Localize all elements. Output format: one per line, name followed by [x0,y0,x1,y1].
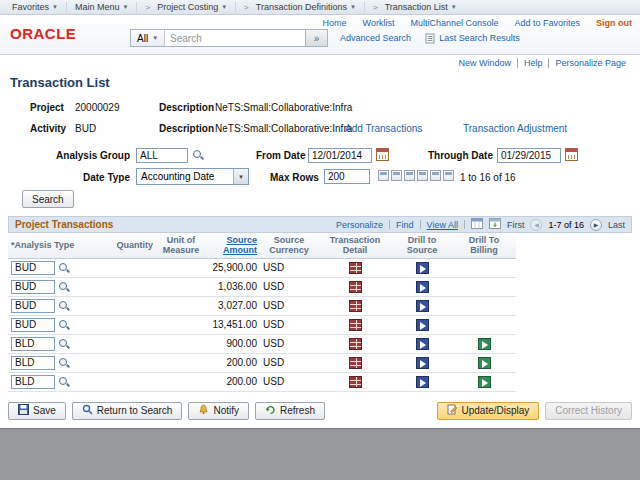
analysis-group-label: Analysis Group [22,150,130,161]
pager-next-icon[interactable] [404,170,415,181]
edit-document-icon [447,404,458,417]
update-display-button[interactable]: Update/Display [437,402,540,420]
grid-prev-icon[interactable]: ◀ [530,219,542,231]
drill-to-source-icon[interactable] [416,281,429,293]
add-transactions-link[interactable]: Add Transactions [345,123,422,134]
multichannel-console-link[interactable]: MultiChannel Console [410,18,498,28]
analysis-group-input[interactable] [136,148,188,163]
result-range-text: 1 to 16 of 16 [460,172,516,183]
drill-to-billing-icon[interactable] [478,338,491,350]
bell-icon [198,404,209,417]
save-button[interactable]: Save [8,402,66,420]
drill-to-source-icon[interactable] [416,262,429,274]
drill-to-source-icon[interactable] [416,300,429,312]
help-link[interactable]: Help [517,58,549,68]
drill-to-source-icon[interactable] [416,376,429,388]
transaction-detail-icon[interactable] [349,300,362,312]
sort-source-amount-link[interactable]: Source Amount [223,235,257,255]
breadcrumb-favorites[interactable]: Favorites ▼ [4,2,66,12]
source-amount-cell: 200.00 [206,372,260,391]
pager-box-icon[interactable] [430,170,441,181]
add-to-favorites-link[interactable]: Add to Favorites [514,18,580,28]
personalize-page-link[interactable]: Personalize Page [548,58,632,68]
lookup-icon[interactable] [58,319,70,331]
date-type-select[interactable]: Accounting Date ▼ [136,168,249,185]
pager-first-icon[interactable] [378,170,389,181]
analysis-type-input[interactable] [11,356,55,370]
separator [389,220,390,229]
drill-to-source-icon[interactable] [416,319,429,331]
download-grid-icon[interactable] [489,218,501,231]
analysis-type-input[interactable] [11,299,55,313]
transaction-adjustment-link[interactable]: Transaction Adjustment [463,123,567,134]
unit-of-measure-cell [156,315,206,334]
new-window-link[interactable]: New Window [452,58,517,68]
pager-box-icon[interactable] [417,170,428,181]
col-header-drill-to-billing: Drill To Billing [452,233,516,258]
analysis-type-input[interactable] [11,280,55,294]
pager-prev-icon[interactable] [391,170,402,181]
find-link[interactable]: Find [396,220,414,230]
analysis-group-lookup-icon[interactable] [192,149,204,161]
filter-search-button[interactable]: Search [22,190,74,208]
transaction-detail-icon[interactable] [349,281,362,293]
lookup-icon[interactable] [58,376,70,388]
table-row: 1,036.00 USD [8,277,516,296]
personalize-link[interactable]: Personalize [336,220,383,230]
transaction-detail-icon[interactable] [349,338,362,350]
analysis-type-input[interactable] [11,318,55,332]
home-link[interactable]: Home [323,18,347,28]
table-row: 900.00 USD [8,334,516,353]
grid-first-link[interactable]: First [507,220,525,230]
notify-button[interactable]: Notify [188,402,249,420]
max-rows-input[interactable] [324,169,370,184]
search-go-button[interactable]: » [305,30,327,46]
col-header-transaction-detail: Transaction Detail [318,233,392,258]
sign-out-link[interactable]: Sign out [596,18,632,28]
lookup-icon[interactable] [58,262,70,274]
chevron-down-icon: ▼ [451,4,457,10]
drill-to-billing-icon[interactable] [478,376,491,388]
lookup-icon[interactable] [58,338,70,350]
lookup-icon[interactable] [58,300,70,312]
chevron-down-icon: ▼ [152,35,158,41]
drill-to-source-icon[interactable] [416,338,429,350]
drill-to-billing-icon[interactable] [478,357,491,369]
search-scope-dropdown[interactable]: All ▼ [131,30,165,46]
breadcrumb-transaction-list[interactable]: Transaction List ▼ [364,2,465,12]
worklist-link[interactable]: Worklist [363,18,395,28]
transaction-detail-icon[interactable] [349,376,362,388]
grid-next-icon[interactable]: ▶ [590,219,602,231]
update-display-label: Update/Display [462,405,530,416]
lookup-icon[interactable] [58,357,70,369]
breadcrumb-transaction-definitions[interactable]: Transaction Definitions ▼ [235,2,364,12]
view-all-link[interactable]: View All [427,220,458,230]
advanced-search-link[interactable]: Advanced Search [340,33,411,43]
grid-last-link[interactable]: Last [608,220,625,230]
correct-history-label: Correct History [555,405,622,416]
breadcrumb-project-costing[interactable]: Project Costing ▼ [136,2,235,12]
transaction-detail-icon[interactable] [349,357,362,369]
through-date-label: Through Date [428,150,493,161]
return-to-search-button[interactable]: Return to Search [72,402,183,420]
global-search-input[interactable] [165,30,305,46]
analysis-type-input[interactable] [11,337,55,351]
last-search-results-link[interactable]: Last Search Results [439,33,520,43]
lookup-icon[interactable] [58,281,70,293]
from-date-input[interactable] [308,148,372,163]
transaction-detail-icon[interactable] [349,262,362,274]
refresh-button[interactable]: Refresh [255,402,325,420]
zoom-grid-icon[interactable] [471,218,483,231]
pager-last-icon[interactable] [443,170,454,181]
chevron-down-icon: ▼ [52,4,58,10]
through-date-calendar-icon[interactable] [565,148,578,161]
analysis-type-input[interactable] [11,261,55,275]
breadcrumb-main-menu[interactable]: Main Menu ▼ [66,2,136,12]
from-date-label: From Date [256,150,305,161]
drill-to-source-icon[interactable] [416,357,429,369]
from-date-calendar-icon[interactable] [376,148,389,161]
through-date-input[interactable] [497,148,561,163]
source-currency-cell: USD [260,277,318,296]
transaction-detail-icon[interactable] [349,319,362,331]
analysis-type-input[interactable] [11,375,55,389]
